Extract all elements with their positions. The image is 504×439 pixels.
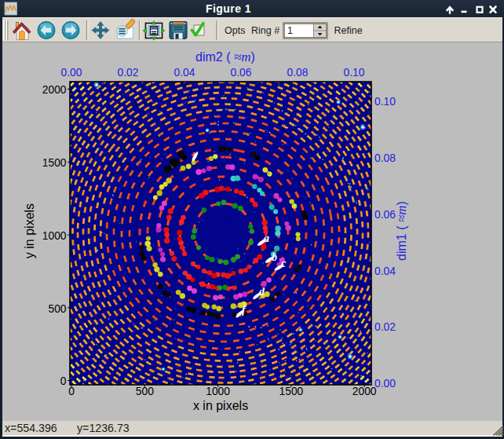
svg-text:1500: 1500 xyxy=(42,157,67,169)
svg-text:x=554.396: x=554.396 xyxy=(5,422,57,434)
svg-text:Figure 1: Figure 1 xyxy=(206,2,251,15)
svg-text:dim1 ( ≈m): dim1 ( ≈m) xyxy=(394,201,409,261)
svg-text:Ring #: Ring # xyxy=(251,25,279,36)
svg-text:1000: 1000 xyxy=(206,386,230,397)
svg-text:2000: 2000 xyxy=(42,84,67,96)
svg-text:0.10: 0.10 xyxy=(374,96,396,108)
svg-text:0.02: 0.02 xyxy=(374,321,396,333)
svg-text:y=1236.73: y=1236.73 xyxy=(77,422,130,434)
svg-text:0.06: 0.06 xyxy=(374,209,396,221)
svg-text:1500: 1500 xyxy=(279,386,304,397)
svg-text:0.04: 0.04 xyxy=(374,265,396,277)
svg-text:500: 500 xyxy=(48,303,66,315)
svg-text:0.04: 0.04 xyxy=(174,67,195,79)
svg-text:500: 500 xyxy=(136,386,154,397)
svg-text:0.06: 0.06 xyxy=(231,67,252,79)
svg-text:1: 1 xyxy=(287,25,293,36)
svg-text:a: a xyxy=(264,232,269,244)
svg-text:d: d xyxy=(259,286,265,298)
svg-text:0.08: 0.08 xyxy=(287,67,309,79)
svg-text:y in pixels: y in pixels xyxy=(23,203,36,258)
svg-text:dim2 ( ≈m): dim2 ( ≈m) xyxy=(195,49,255,64)
svg-text:b: b xyxy=(272,251,277,263)
svg-text:Opts: Opts xyxy=(225,25,245,36)
svg-text:0.00: 0.00 xyxy=(61,67,82,79)
svg-text:0: 0 xyxy=(60,375,67,387)
svg-text:1000: 1000 xyxy=(42,230,67,242)
svg-text:0.02: 0.02 xyxy=(118,67,139,79)
svg-text:0: 0 xyxy=(68,386,75,397)
svg-text:0.10: 0.10 xyxy=(344,67,365,79)
svg-text:0.00: 0.00 xyxy=(374,378,396,390)
svg-text:Refine: Refine xyxy=(334,25,363,36)
svg-text:0.08: 0.08 xyxy=(374,152,396,164)
svg-text:c: c xyxy=(281,258,287,269)
svg-text:x in pixels: x in pixels xyxy=(193,399,248,412)
svg-text:2000: 2000 xyxy=(352,386,377,397)
